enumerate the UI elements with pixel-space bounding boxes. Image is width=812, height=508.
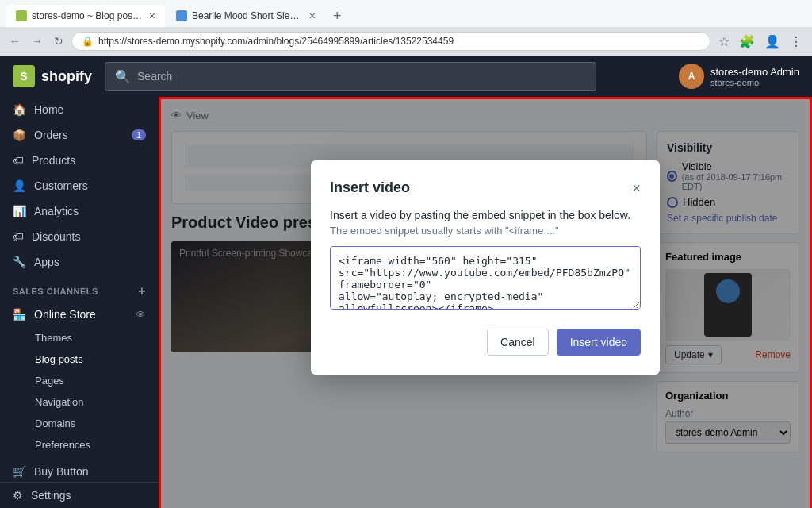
modal-sub-description: The embed snippet usually starts with "<… bbox=[330, 225, 641, 237]
forward-button[interactable]: → bbox=[29, 33, 46, 49]
menu-button[interactable]: ⋮ bbox=[787, 33, 806, 51]
modal-overlay: Insert video × Insert a video by pasting… bbox=[159, 97, 812, 508]
sidebar: 🏠 Home 📦 Orders 1 🏷 Products 👤 Customers… bbox=[0, 97, 159, 508]
modal-actions: Cancel Insert video bbox=[330, 329, 641, 356]
add-channel-button[interactable]: + bbox=[138, 284, 146, 298]
main-content: 👁 View Product Video presentation with P… bbox=[159, 97, 812, 508]
admin-name: stores-demo Admin bbox=[710, 66, 799, 78]
new-tab-button[interactable]: + bbox=[327, 8, 348, 25]
shopify-favicon bbox=[16, 10, 27, 21]
sales-channels-section: SALES CHANNELS + bbox=[0, 275, 159, 302]
discounts-icon: 🏷 bbox=[13, 230, 24, 243]
sidebar-item-customers[interactable]: 👤 Customers bbox=[0, 173, 159, 198]
sidebar-label-orders: Orders bbox=[34, 129, 68, 141]
browser-controls: ← → ↻ 🔒 https://stores-demo.myshopify.co… bbox=[0, 27, 812, 56]
modal-header: Insert video × bbox=[330, 179, 641, 196]
tab-title-active: stores-demo ~ Blog posts ~ B... bbox=[32, 10, 144, 21]
cancel-button[interactable]: Cancel bbox=[487, 329, 549, 356]
search-bar[interactable]: 🔍 bbox=[105, 62, 596, 91]
insert-video-modal: Insert video × Insert a video by pasting… bbox=[311, 160, 660, 375]
sidebar-label-apps: Apps bbox=[34, 256, 59, 268]
search-input[interactable] bbox=[137, 70, 586, 83]
tab-close-active[interactable]: × bbox=[149, 10, 155, 22]
embed-code-textarea[interactable]: <iframe width="560" height="315" src="ht… bbox=[330, 246, 641, 310]
sidebar-sub-preferences[interactable]: Preferences bbox=[0, 434, 159, 456]
browser-actions: ☆ 🧩 👤 ⋮ bbox=[715, 33, 806, 51]
sidebar-item-orders[interactable]: 📦 Orders 1 bbox=[0, 122, 159, 148]
extensions-button[interactable]: 🧩 bbox=[736, 33, 758, 51]
search-icon: 🔍 bbox=[115, 69, 131, 84]
orders-icon: 📦 bbox=[13, 129, 26, 141]
tab-title-2: Bearlie Mood Short Sleeve Co... bbox=[192, 10, 304, 21]
sidebar-item-analytics[interactable]: 📊 Analytics bbox=[0, 198, 159, 224]
tab-2-favicon bbox=[176, 10, 187, 21]
products-icon: 🏷 bbox=[13, 154, 24, 167]
sidebar-item-products[interactable]: 🏷 Products bbox=[0, 148, 159, 173]
sidebar-label-home: Home bbox=[34, 103, 63, 116]
orders-badge: 1 bbox=[132, 129, 146, 140]
sidebar-label-online-store: Online Store bbox=[34, 308, 96, 321]
lock-icon: 🔒 bbox=[82, 36, 94, 47]
online-store-toggle[interactable]: 👁 bbox=[136, 309, 146, 321]
shopify-logo[interactable]: S shopify bbox=[13, 65, 92, 87]
settings-icon: ⚙ bbox=[13, 489, 23, 502]
sales-channels-label: SALES CHANNELS bbox=[13, 287, 98, 296]
modal-close-button[interactable]: × bbox=[632, 181, 641, 195]
bookmark-button[interactable]: ☆ bbox=[715, 33, 733, 51]
avatar: A bbox=[679, 64, 704, 89]
back-button[interactable]: ← bbox=[6, 33, 24, 49]
tab-close-2[interactable]: × bbox=[309, 10, 316, 22]
sidebar-label-customers: Customers bbox=[34, 179, 88, 192]
sidebar-sub-themes[interactable]: Themes bbox=[0, 327, 159, 348]
admin-store: stores-demo bbox=[710, 78, 799, 87]
modal-description: Insert a video by pasting the embed snip… bbox=[330, 209, 641, 221]
sidebar-item-online-store[interactable]: 🏪 Online Store 👁 bbox=[0, 302, 159, 327]
admin-info: stores-demo Admin stores-demo bbox=[710, 66, 799, 87]
customers-icon: 👤 bbox=[13, 179, 26, 192]
online-store-icon: 🏪 bbox=[13, 308, 26, 321]
topnav-right: A stores-demo Admin stores-demo bbox=[679, 64, 799, 89]
apps-icon: 🔧 bbox=[13, 256, 26, 268]
sidebar-item-discounts[interactable]: 🏷 Discounts bbox=[0, 224, 159, 249]
shopify-logo-text: shopify bbox=[41, 68, 92, 85]
sidebar-label-settings: Settings bbox=[31, 489, 71, 502]
shopify-logo-icon: S bbox=[13, 65, 35, 87]
modal-title: Insert video bbox=[330, 179, 410, 196]
sidebar-label-analytics: Analytics bbox=[34, 205, 79, 217]
app-body: 🏠 Home 📦 Orders 1 🏷 Products 👤 Customers… bbox=[0, 97, 812, 508]
reload-button[interactable]: ↻ bbox=[51, 33, 67, 49]
browser-tab-active[interactable]: stores-demo ~ Blog posts ~ B... × bbox=[6, 5, 165, 27]
sidebar-sub-navigation[interactable]: Navigation bbox=[0, 391, 159, 413]
sidebar-item-buy-button[interactable]: 🛒 Buy Button bbox=[0, 459, 159, 484]
sidebar-item-apps[interactable]: 🔧 Apps bbox=[0, 249, 159, 275]
browser-chrome: stores-demo ~ Blog posts ~ B... × Bearli… bbox=[0, 0, 812, 56]
profile-button[interactable]: 👤 bbox=[761, 33, 783, 51]
sidebar-sub-blog-posts[interactable]: Blog posts bbox=[0, 348, 159, 370]
address-bar[interactable]: 🔒 https://stores-demo.myshopify.com/admi… bbox=[71, 32, 710, 51]
insert-video-button[interactable]: Insert video bbox=[557, 329, 641, 356]
sidebar-label-discounts: Discounts bbox=[32, 230, 80, 243]
browser-tab-2[interactable]: Bearlie Mood Short Sleeve Co... × bbox=[167, 5, 325, 27]
home-icon: 🏠 bbox=[13, 103, 26, 116]
sidebar-label-products: Products bbox=[32, 154, 75, 167]
buy-button-icon: 🛒 bbox=[13, 465, 26, 478]
sidebar-item-home[interactable]: 🏠 Home bbox=[0, 97, 159, 122]
address-text: https://stores-demo.myshopify.com/admin/… bbox=[98, 36, 700, 47]
browser-tabs: stores-demo ~ Blog posts ~ B... × Bearli… bbox=[0, 0, 812, 27]
sidebar-label-buy-button: Buy Button bbox=[34, 465, 89, 478]
analytics-icon: 📊 bbox=[13, 205, 26, 217]
sidebar-sub-domains[interactable]: Domains bbox=[0, 413, 159, 434]
sidebar-item-settings[interactable]: ⚙ Settings bbox=[0, 482, 159, 508]
sidebar-sub-pages[interactable]: Pages bbox=[0, 370, 159, 391]
top-navigation: S shopify 🔍 A stores-demo Admin stores-d… bbox=[0, 56, 812, 97]
